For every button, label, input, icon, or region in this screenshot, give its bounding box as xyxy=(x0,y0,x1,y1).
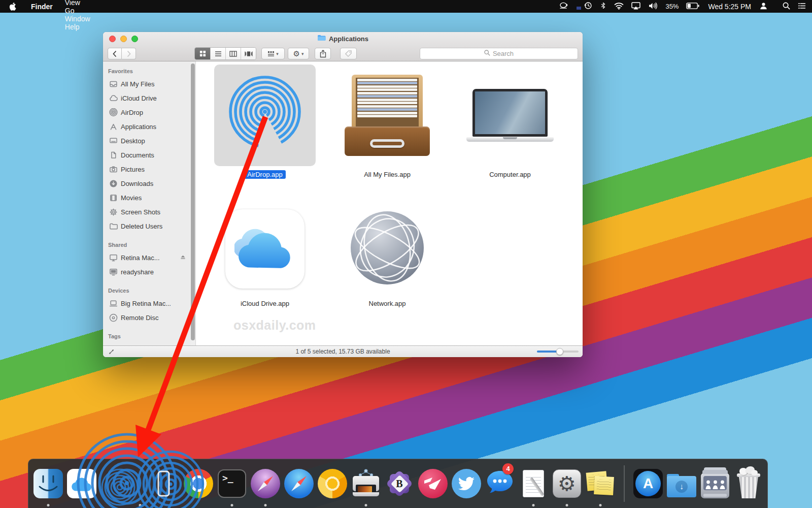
wifi-menu-extra[interactable] xyxy=(614,2,624,11)
dock-item-messages[interactable]: 4 xyxy=(483,459,517,508)
dock-item-chrome-canary[interactable] xyxy=(316,459,349,508)
menu-go[interactable]: Go xyxy=(59,7,96,15)
eject-icon[interactable] xyxy=(180,253,186,262)
dock-item-twitter[interactable] xyxy=(450,459,483,508)
window-header[interactable]: Applications ▾ ⚙▾ Search xyxy=(103,32,583,61)
dock-item-skitch[interactable] xyxy=(416,459,450,508)
view-columns-button[interactable] xyxy=(225,48,241,59)
bluetooth-menu-extra[interactable] xyxy=(600,2,606,11)
app-item-icloud-drive-app[interactable]: iCloud Drive.app xyxy=(209,203,321,308)
sidebar-section-tags: TagsOSXDaily.com xyxy=(103,331,190,345)
app-item-computer-app[interactable]: Computer.app xyxy=(454,65,566,179)
dock-item-downloads-folder[interactable]: ↓ xyxy=(665,459,698,508)
battery-menu-extra[interactable] xyxy=(686,3,699,11)
dock-item-app-store[interactable]: A xyxy=(631,459,665,508)
sidebar-item-label: Applications xyxy=(121,123,156,131)
menu-clock[interactable]: Wed 5:25 PM xyxy=(708,3,751,11)
sidebar-item-desktop[interactable]: Desktop xyxy=(103,134,190,148)
app-item-network-app[interactable]: Network.app xyxy=(331,203,443,308)
sidebar-item-deleted-users[interactable]: Deleted Users xyxy=(103,219,190,233)
menu-app-name[interactable]: Finder xyxy=(24,0,59,13)
apple-menu[interactable] xyxy=(0,2,24,11)
dock-item-trash-full[interactable] xyxy=(732,459,765,508)
sidebar-item-remote-disc[interactable]: Remote Disc xyxy=(103,310,190,325)
search-input[interactable]: Search xyxy=(420,48,578,59)
dock-item-bbedit[interactable]: B xyxy=(383,459,416,508)
sidebar-item-label: readyshare xyxy=(121,268,154,276)
airplay-menu-extra[interactable] xyxy=(631,2,640,11)
user-icon xyxy=(760,2,767,11)
view-grid-button[interactable] xyxy=(195,48,210,59)
time-machine-menu-extra[interactable] xyxy=(584,2,592,11)
airdrop-icon xyxy=(109,108,118,117)
sidebar-item-retina-mac[interactable]: Retina Mac... xyxy=(103,250,190,265)
caffeine-cup-menu-extra[interactable] xyxy=(559,2,569,11)
dock-skitch-icon xyxy=(418,469,448,498)
applications-icon xyxy=(109,122,118,131)
display-icon xyxy=(109,253,118,262)
sidebar-item-pictures[interactable]: Pictures xyxy=(103,162,190,176)
sidebar-item-label: Screen Shots xyxy=(121,208,160,216)
sidebar-item-label: Big Retina Mac... xyxy=(121,300,171,307)
sidebar-item-label: Desktop xyxy=(121,137,145,145)
sidebar-item-osxdaily-com[interactable]: OSXDaily.com xyxy=(103,342,190,345)
sidebar-item-all-my-files[interactable]: All My Files xyxy=(103,77,190,91)
sidebar-item-icloud-drive[interactable]: iCloud Drive xyxy=(103,91,190,105)
dock-item-stickies[interactable] xyxy=(584,459,617,508)
view-list-button[interactable] xyxy=(210,48,225,59)
search-placeholder: Search xyxy=(493,50,514,57)
notification-center-menu-extra[interactable] xyxy=(798,3,806,11)
dock-separator xyxy=(624,465,625,502)
sidebar-item-movies[interactable]: Movies xyxy=(103,190,190,205)
menu-bar: Finder FileEditViewGoWindowHelp 35%Wed 5… xyxy=(0,0,812,13)
menu-help[interactable]: Help xyxy=(59,23,96,31)
view-mode-control xyxy=(194,47,256,60)
sidebar-section-shared: SharedRetina Mac...readyshare xyxy=(103,239,190,279)
volume-menu-extra[interactable] xyxy=(648,2,658,11)
dock-item-textedit[interactable] xyxy=(517,459,550,508)
resize-icon[interactable] xyxy=(108,348,115,357)
slider-knob[interactable] xyxy=(556,348,563,355)
dock-item-terminal[interactable]: >_ xyxy=(215,459,249,508)
dock-item-file-server[interactable] xyxy=(698,459,732,508)
back-button[interactable] xyxy=(108,48,122,59)
spotlight-menu-extra[interactable] xyxy=(783,2,790,11)
share-button[interactable] xyxy=(315,48,331,59)
scrollbar-thumb[interactable] xyxy=(191,64,195,340)
airplay-icon xyxy=(631,2,640,11)
app-item-all-my-files-app[interactable]: All My Files.app xyxy=(331,65,443,179)
dock-server-icon xyxy=(701,469,729,498)
menu-view[interactable]: View xyxy=(59,0,96,7)
icon-size-slider[interactable] xyxy=(537,351,579,353)
tag-button[interactable] xyxy=(340,48,357,59)
view-coverflow-button[interactable] xyxy=(241,48,256,59)
menu-window[interactable]: Window xyxy=(59,15,96,23)
section-header: Favorites xyxy=(103,66,190,77)
dock-item-image-capture-tool[interactable] xyxy=(349,459,383,508)
toolbar: ▾ ⚙▾ Search xyxy=(103,46,583,61)
sidebar-item-readyshare[interactable]: readyshare xyxy=(103,265,190,279)
sidebar-item-documents[interactable]: Documents xyxy=(103,148,190,162)
dock-item-system-preferences[interactable]: ⚙ xyxy=(550,459,584,508)
arrange-button[interactable]: ▾ xyxy=(261,48,285,59)
dock-item-chrome[interactable] xyxy=(182,459,215,508)
dock-item-safari[interactable] xyxy=(282,459,316,508)
sidebar-section-devices: DevicesBig Retina Mac...Remote Disc xyxy=(103,285,190,325)
sidebar-item-screen-shots[interactable]: Screen Shots xyxy=(103,205,190,219)
sidebar-scrollbar[interactable] xyxy=(190,61,196,345)
pictures-icon xyxy=(109,165,118,174)
running-indicator xyxy=(231,504,233,506)
dock-item-finder[interactable] xyxy=(31,459,65,508)
dock: >_B4⚙A↓ xyxy=(28,459,768,508)
dock-item-icloud-drive[interactable] xyxy=(65,459,98,508)
dock-item-safari-webkit[interactable] xyxy=(249,459,282,508)
sidebar-item-downloads[interactable]: Downloads xyxy=(103,176,190,190)
action-gear-button[interactable]: ⚙▾ xyxy=(288,48,309,59)
computer-app-icon xyxy=(466,89,554,142)
user-menu-extra[interactable] xyxy=(760,2,767,11)
sidebar-item-applications[interactable]: Applications xyxy=(103,119,190,134)
app-item-airdrop-app[interactable]: AirDrop.app xyxy=(209,65,321,179)
sidebar-item-airdrop[interactable]: AirDrop xyxy=(103,105,190,119)
forward-button[interactable] xyxy=(122,48,136,59)
sidebar-item-big-retina-mac[interactable]: Big Retina Mac... xyxy=(103,296,190,310)
